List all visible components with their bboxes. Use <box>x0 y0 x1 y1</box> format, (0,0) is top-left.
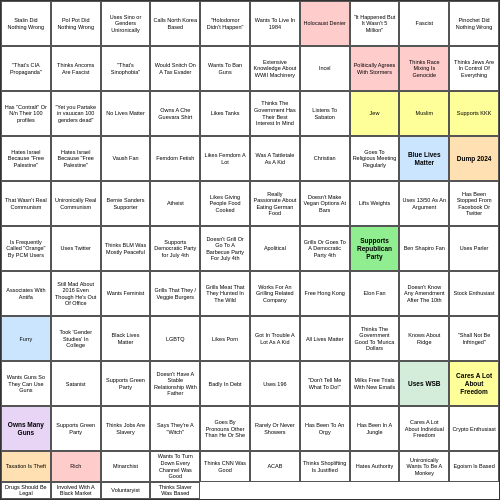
cell-1: Pol Pot Did Nothing Wrong <box>51 1 101 46</box>
cell-40: That Wasn't Real Communism <box>1 181 51 226</box>
cell-43: Atheist <box>150 181 200 226</box>
cell-51: Uses Twitter <box>51 226 101 271</box>
cell-21: "Yet you Partake in vauucan 100 genders … <box>51 91 101 136</box>
cell-29: Supports KKK <box>449 91 499 136</box>
cell-104: Thinks CNN Was Good <box>200 451 250 481</box>
cell-13: Would Snitch On A Tax Evader <box>150 46 200 91</box>
cell-57: Supports Republican Party <box>350 226 400 271</box>
cell-108: Unironically Wants To Be A Monkey <box>399 451 449 481</box>
cell-73: LGBTQ <box>150 316 200 361</box>
cell-100: Taxation Is Theft <box>1 451 51 481</box>
cell-42: Bernie Sanders Supporter <box>101 181 151 226</box>
cell-41: Unironically Real Communism <box>51 181 101 226</box>
cell-79: "Shall Not Be Infringed" <box>449 316 499 361</box>
cell-111: Involved With A Black Market <box>51 482 101 499</box>
cell-105: ACAB <box>250 451 300 481</box>
cell-95: Rarely Or Never Showers <box>250 406 300 451</box>
cell-22: No Lives Matter <box>101 91 151 136</box>
cell-30: Hates Israel Because "Free Palestine" <box>1 136 51 181</box>
cell-66: Free Hong Kong <box>300 271 350 316</box>
cell-101: Rich <box>51 451 101 481</box>
cell-87: Milks Free Trials With New Emails <box>350 361 400 406</box>
cell-28: Muslim <box>399 91 449 136</box>
cell-69: Stock Enthusiast <box>449 271 499 316</box>
cell-60: Associates With Antifa <box>1 271 51 316</box>
cell-58: Ben Shapiro Fan <box>399 226 449 271</box>
cell-50: Is Frequently Called "Orange" By PCM Use… <box>1 226 51 271</box>
cell-74: Likes Porn <box>200 316 250 361</box>
cell-80: Wants Guns So They Can Use Guns <box>1 361 51 406</box>
cell-72: Black Lives Matter <box>101 316 151 361</box>
cell-39: Dump 2024 <box>449 136 499 181</box>
cell-93: Says They're A "Witch" <box>150 406 200 451</box>
cell-31: Hates Israel Because "Free Palestine" <box>51 136 101 181</box>
cell-24: Likes Tanks <box>200 91 250 136</box>
cell-70: Furry <box>1 316 51 361</box>
cell-107: Hates Authority <box>350 451 400 481</box>
cell-75: Got In Trouble A Lot As A Kid <box>250 316 300 361</box>
cell-54: Doesn't Grill Or Go To A Barbecue Party … <box>200 226 250 271</box>
cell-19: Thinks Jews Are In Control Of Everything <box>449 46 499 91</box>
cell-5: Wants To Live In 1984 <box>250 1 300 46</box>
cell-53: Supports Democratic Party for July 4th <box>150 226 200 271</box>
cell-96: Has Been To An Orgy <box>300 406 350 451</box>
cell-55: Apolitical <box>250 226 300 271</box>
cell-7: "It Happened But It Wasn't 5 Million" <box>350 1 400 46</box>
cell-63: Grills That They / Veggie Burgers <box>150 271 200 316</box>
cell-65: Works For An Grilling Related Company <box>250 271 300 316</box>
cell-49: Has Been Stopped From Facebook Or Twitte… <box>449 181 499 226</box>
cell-27: Jew <box>350 91 400 136</box>
cell-102: Minarchist <box>101 451 151 481</box>
cell-92: Thinks Jobs Are Slavery <box>101 406 151 451</box>
cell-103: Wants To Turn Down Every Channel Was Goo… <box>150 451 200 481</box>
cell-23: Owns A Che Guevara Shirt <box>150 91 200 136</box>
cell-48: Uses 13/50 As An Argument <box>399 181 449 226</box>
cell-85: Uses 196 <box>250 361 300 406</box>
cell-6: Holocaust Denier <box>300 1 350 46</box>
cell-16: Incel <box>300 46 350 91</box>
cell-81: Satanist <box>51 361 101 406</box>
cell-78: Knows About Ridge <box>399 316 449 361</box>
cell-36: Christian <box>300 136 350 181</box>
bingo-grid: Stalin Did Nothing WrongPol Pot Did Noth… <box>0 0 500 500</box>
cell-90: Owns Many Guns <box>1 406 51 451</box>
cell-34: Likes Femdom A Lot <box>200 136 250 181</box>
cell-61: Still Mad About 2016 Even Though He's Ou… <box>51 271 101 316</box>
cell-3: Calls North Korea Based <box>150 1 200 46</box>
cell-64: Grills Meat That They Hunted In The Wild <box>200 271 250 316</box>
cell-83: Doesn't Have A Stable Relationship With … <box>150 361 200 406</box>
cell-110: Drugs Should Be Legal <box>1 482 51 499</box>
cell-46: Doesn't Make Vegan Options At Bars <box>300 181 350 226</box>
cell-94: Goes By Pronouns Other Than He Or She <box>200 406 250 451</box>
cell-45: Really Passionate About Eating German Fo… <box>250 181 300 226</box>
cell-109: Egoism Is Based <box>449 451 499 481</box>
cell-106: Thinks Shoplifting Is Justified <box>300 451 350 481</box>
cell-56: Grills Or Goes To A Democratic Party 4th <box>300 226 350 271</box>
cell-12: "That's Sinophobia" <box>101 46 151 91</box>
cell-32: Vaush Fan <box>101 136 151 181</box>
cell-76: All Lives Matter <box>300 316 350 361</box>
cell-4: "Holodomor Didn't Happen" <box>200 1 250 46</box>
cell-86: "Don't Tell Me What To Do!" <box>300 361 350 406</box>
cell-52: Thinks BLM Was Mostly Peaceful <box>101 226 151 271</box>
cell-17: Politically Agrees With Stormers <box>350 46 400 91</box>
cell-8: Fascist <box>399 1 449 46</box>
cell-91: Supports Green Party <box>51 406 101 451</box>
cell-38: Blue Lives Matter <box>399 136 449 181</box>
cell-37: Goes To Religious Meeting Regularly <box>350 136 400 181</box>
cell-71: Took 'Gender Studies' In College <box>51 316 101 361</box>
cell-84: Badly In Debt <box>200 361 250 406</box>
cell-15: Extensive Knowledge About WWII Machinery <box>250 46 300 91</box>
cell-35: Was A Tattletale As A Kid <box>250 136 300 181</box>
cell-77: Thinks The Government Good To 'Murica Do… <box>350 316 400 361</box>
cell-20: Has "Contralt" Or N/n Their 100 profiles <box>1 91 51 136</box>
cell-113: Thinks Slaver Was Based <box>150 482 200 499</box>
cell-14: Wants To Ban Guns <box>200 46 250 91</box>
cell-97: Has Been In A Jungle <box>350 406 400 451</box>
cell-62: Wants Feminist <box>101 271 151 316</box>
cell-33: Femdom Fetish <box>150 136 200 181</box>
cell-67: Elon Fan <box>350 271 400 316</box>
cell-0: Stalin Did Nothing Wrong <box>1 1 51 46</box>
cell-59: Uses Parler <box>449 226 499 271</box>
cell-112: Voluntaryist <box>101 482 151 499</box>
